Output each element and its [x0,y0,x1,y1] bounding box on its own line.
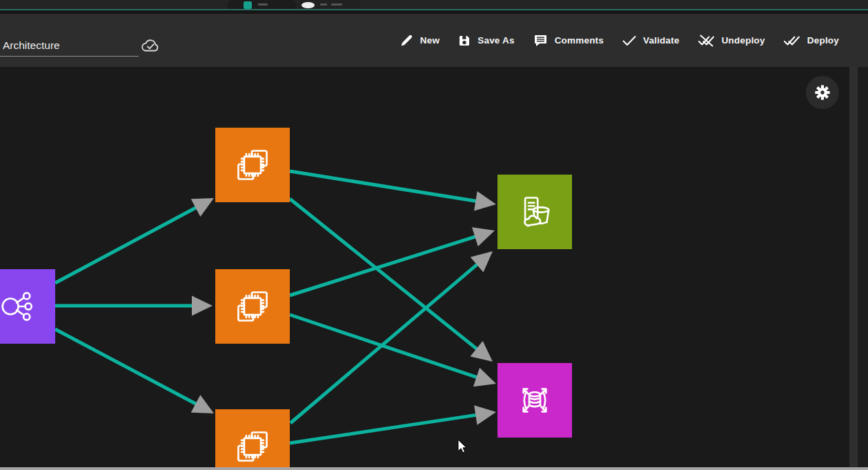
tab-text-fragment [331,3,342,6]
node-compute-2[interactable] [215,269,290,344]
new-button[interactable]: New [400,34,440,47]
arrowhead-icon [474,405,496,425]
edge-load-balancer-to-compute-1[interactable] [55,198,214,283]
node-storage[interactable] [497,175,572,249]
save-as-button[interactable]: Save As [458,35,514,47]
node-compute-1[interactable] [215,128,290,202]
arrowhead-icon [471,341,493,362]
storage-bucket-icon [515,192,555,232]
arrowhead-icon [474,191,496,211]
compute-instances-icon [233,427,273,467]
edge-compute-3-to-database[interactable] [290,405,496,443]
tab-favicon-icon [244,1,252,9]
editor-toolbar: New Save As Comments Validate [0,14,868,67]
undeploy-button[interactable]: Undeploy [698,35,765,47]
edge-layer [0,67,868,470]
validate-button[interactable]: Validate [622,35,680,46]
cloud-check-icon [140,37,161,54]
tab-favicon-icon [302,2,315,8]
compute-instances-icon [233,145,273,185]
check-icon [622,35,636,46]
arrowhead-icon [192,296,213,316]
database-scaling-icon [515,380,555,420]
node-load-balancer[interactable] [0,269,55,344]
comments-button-label: Comments [555,35,604,46]
comments-button[interactable]: Comments [533,34,604,47]
save-as-button-label: Save As [477,35,514,46]
vertical-scrollbar[interactable] [849,67,858,470]
pencil-icon [400,34,413,47]
deploy-button-label: Deploy [807,35,839,46]
horizontal-scrollbar[interactable] [0,467,868,470]
arrowhead-icon [473,368,496,387]
node-compute-3[interactable] [215,409,290,470]
save-icon [458,35,471,47]
diagram-title-input[interactable] [0,39,139,57]
toolbar-actions: New Save As Comments Validate [400,14,839,67]
undeploy-button-label: Undeploy [722,35,765,46]
diagram-canvas[interactable] [0,67,868,470]
validate-button-label: Validate [643,35,680,46]
gear-icon [814,84,831,101]
browser-tab[interactable] [228,0,297,9]
tab-text-fragment [258,3,268,6]
deploy-button[interactable]: Deploy [784,35,839,47]
canvas-right-gutter [858,67,868,470]
node-database[interactable] [497,363,572,438]
edge-load-balancer-to-compute-2[interactable] [55,296,213,316]
canvas-settings-button[interactable] [806,76,839,109]
arrowhead-icon [472,227,495,246]
edge-compute-2-to-database[interactable] [290,315,496,386]
tab-text-fragment [320,3,327,6]
edge-compute-1-to-storage[interactable] [290,171,496,211]
compute-instances-icon [233,286,273,326]
chat-icon [533,34,548,47]
double-check-icon [784,35,800,47]
double-check-crossed-icon [698,35,715,47]
edge-compute-2-to-storage[interactable] [290,227,495,295]
browser-tab[interactable] [298,0,360,9]
browser-tab-strip [0,0,868,9]
new-button-label: New [420,35,440,46]
load-balancer-icon [0,286,38,326]
edge-load-balancer-to-compute-3[interactable] [55,329,214,413]
